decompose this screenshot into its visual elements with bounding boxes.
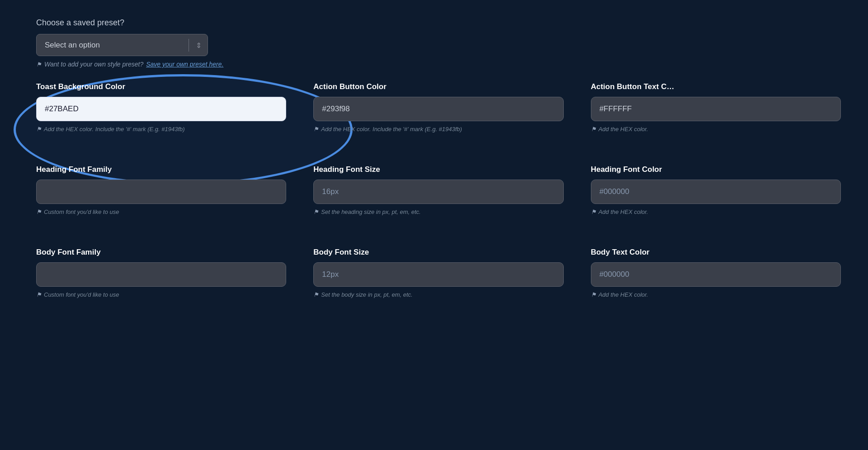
field-input-toast-bg[interactable] [36, 97, 286, 121]
field-hint-heading-font-size: ⚑ Set the heading size in px, pt, em, et… [313, 208, 563, 215]
flag-icon-body-text-color: ⚑ [591, 291, 596, 298]
flag-icon-action-btn-text: ⚑ [591, 126, 596, 133]
field-label-body-font-family: Body Font Family [36, 248, 286, 257]
preset-section: Choose a saved preset? Select an option … [36, 18, 841, 68]
flag-icon-action-btn: ⚑ [313, 126, 319, 133]
fields-row-2: Heading Font Family ⚑ Custom font you'd … [36, 165, 841, 232]
field-body-font-size: Body Font Size ⚑ Set the body size in px… [313, 248, 563, 298]
field-hint-body-font-size: ⚑ Set the body size in px, pt, em, etc. [313, 291, 563, 298]
field-hint-text-heading-font-family: Custom font you'd like to use [44, 208, 119, 215]
flag-icon-body-font-size: ⚑ [313, 291, 319, 298]
field-hint-text-toast-bg: Add the HEX color. Include the '#' mark … [44, 126, 185, 133]
field-input-heading-font-color[interactable] [591, 180, 841, 204]
field-label-action-btn-text: Action Button Text C… [591, 82, 841, 91]
field-hint-text-action-btn-text: Add the HEX color. [599, 126, 648, 133]
field-label-toast-bg: Toast Background Color [36, 82, 286, 91]
field-label-body-font-size: Body Font Size [313, 248, 563, 257]
field-heading-font-size: Heading Font Size ⚑ Set the heading size… [313, 165, 563, 215]
field-input-action-btn[interactable] [313, 97, 563, 121]
field-input-body-text-color[interactable] [591, 262, 841, 287]
field-hint-toast-bg: ⚑ Add the HEX color. Include the '#' mar… [36, 126, 286, 133]
field-hint-action-btn-text: ⚑ Add the HEX color. [591, 126, 841, 133]
field-toast-bg-color: Toast Background Color ⚑ Add the HEX col… [36, 82, 286, 133]
field-label-heading-font-color: Heading Font Color [591, 165, 841, 174]
flag-icon-heading-font-size: ⚑ [313, 208, 319, 215]
field-input-body-font-size[interactable] [313, 262, 563, 287]
preset-hint-link[interactable]: Save your own preset here. [146, 61, 223, 68]
field-hint-heading-font-family: ⚑ Custom font you'd like to use [36, 208, 286, 215]
field-hint-text-action-btn: Add the HEX color. Include the '#' mark … [321, 126, 462, 133]
flag-icon-heading-font-family: ⚑ [36, 208, 42, 215]
fields-row-1: Toast Background Color ⚑ Add the HEX col… [36, 82, 841, 149]
select-divider [189, 39, 189, 52]
field-hint-body-text-color: ⚑ Add the HEX color. [591, 291, 841, 298]
flag-icon-toast-bg: ⚑ [36, 126, 42, 133]
field-hint-text-heading-font-size: Set the heading size in px, pt, em, etc. [321, 208, 420, 215]
field-action-btn-color: Action Button Color ⚑ Add the HEX color.… [313, 82, 563, 133]
field-hint-action-btn: ⚑ Add the HEX color. Include the '#' mar… [313, 126, 563, 133]
field-hint-text-body-font-family: Custom font you'd like to use [44, 291, 119, 298]
field-hint-body-font-family: ⚑ Custom font you'd like to use [36, 291, 286, 298]
field-input-heading-font-family[interactable] [36, 180, 286, 204]
field-label-heading-font-size: Heading Font Size [313, 165, 563, 174]
field-label-body-text-color: Body Text Color [591, 248, 841, 257]
field-hint-heading-font-color: ⚑ Add the HEX color. [591, 208, 841, 215]
preset-select[interactable]: Select an option [36, 34, 208, 56]
main-container: Choose a saved preset? Select an option … [0, 0, 868, 358]
preset-label: Choose a saved preset? [36, 18, 841, 28]
fields-section: Toast Background Color ⚑ Add the HEX col… [36, 82, 841, 314]
flag-icon-heading-font-color: ⚑ [591, 208, 596, 215]
field-body-text-color: Body Text Color ⚑ Add the HEX color. [591, 248, 841, 298]
field-heading-font-family: Heading Font Family ⚑ Custom font you'd … [36, 165, 286, 215]
field-label-action-btn: Action Button Color [313, 82, 563, 91]
flag-icon: ⚑ [36, 61, 42, 68]
preset-hint-static: Want to add your own style preset? [44, 61, 143, 68]
field-body-font-family: Body Font Family ⚑ Custom font you'd lik… [36, 248, 286, 298]
fields-row-3: Body Font Family ⚑ Custom font you'd lik… [36, 248, 841, 314]
field-hint-text-heading-font-color: Add the HEX color. [599, 208, 648, 215]
field-action-btn-text-color: Action Button Text C… ⚑ Add the HEX colo… [591, 82, 841, 133]
preset-hint: ⚑ Want to add your own style preset? Sav… [36, 61, 841, 68]
field-hint-text-body-font-size: Set the body size in px, pt, em, etc. [321, 291, 412, 298]
preset-select-wrapper: Select an option ⇕ [36, 34, 208, 56]
field-hint-text-body-text-color: Add the HEX color. [599, 291, 648, 298]
field-input-action-btn-text[interactable] [591, 97, 841, 121]
field-label-heading-font-family: Heading Font Family [36, 165, 286, 174]
flag-icon-body-font-family: ⚑ [36, 291, 42, 298]
field-input-heading-font-size[interactable] [313, 180, 563, 204]
field-input-body-font-family[interactable] [36, 262, 286, 287]
field-heading-font-color: Heading Font Color ⚑ Add the HEX color. [591, 165, 841, 215]
